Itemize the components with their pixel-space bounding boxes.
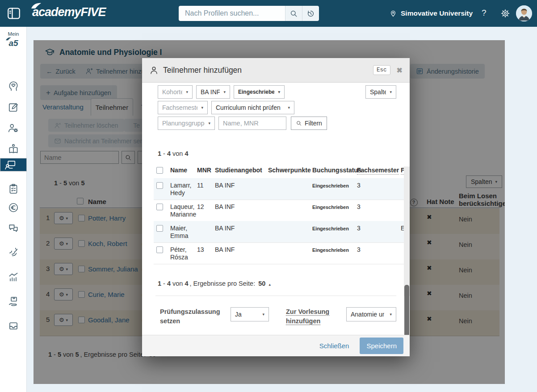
modal-header: Teilnehmer hinzufügen Esc ✖ xyxy=(142,58,410,83)
modal-pagination-summary: 1-4von4, Ergebnisse pro Seite: 50 ▴ xyxy=(156,280,271,287)
sidebar-item-mein-a5[interactable]: a5 xyxy=(0,38,27,48)
row-checkbox[interactable] xyxy=(156,225,163,232)
column-header-buchungsstatus[interactable]: Buchungsstatus xyxy=(312,167,361,174)
history-icon xyxy=(306,9,315,18)
sidebar-item-inbox[interactable] xyxy=(0,316,27,336)
shark-fin-icon xyxy=(5,37,12,41)
table-row: Lamarr,Hedy 11 BA INF Eingeschrieben 3 xyxy=(154,178,410,200)
sidebar-item-finance[interactable] xyxy=(0,198,27,217)
avatar-image xyxy=(516,5,532,21)
head-heart-icon xyxy=(8,80,19,92)
zur-vorlesung-label[interactable]: Zur Vorlesung hinzufügen xyxy=(286,307,329,326)
kohorte-select[interactable]: Kohorte▾ xyxy=(158,85,193,99)
sidebar-item-actions[interactable] xyxy=(0,242,27,262)
planungsgruppe-select[interactable]: Planungsgruppe▾ xyxy=(158,117,215,130)
sidebar-toggle-icon[interactable] xyxy=(6,6,21,21)
columns-icon xyxy=(6,6,21,21)
location-pin-icon xyxy=(390,9,397,18)
row-checkbox[interactable] xyxy=(156,246,163,253)
add-participant-modal: Teilnehmer hinzufügen Esc ✖ Kohorte▾ BA … xyxy=(142,58,410,356)
status-badge: Eingeschrieben xyxy=(312,226,349,231)
column-header-fachsemester[interactable]: Fachsemester xyxy=(357,167,399,175)
edit-icon xyxy=(8,101,19,113)
save-button[interactable]: Speichern xyxy=(360,338,403,354)
caret-up-icon: ▴ xyxy=(268,282,271,287)
column-header-schwerpunkte[interactable]: Schwerpunkte xyxy=(268,167,311,174)
modal-table-header: Name MNR Studienangebot Schwerpunkte Buc… xyxy=(154,167,410,179)
status-badge: Eingeschrieben xyxy=(312,183,349,188)
modal-result-count: 1-4von4 xyxy=(156,150,189,157)
user-avatar[interactable] xyxy=(516,5,532,21)
search-button[interactable] xyxy=(285,6,302,21)
sidebar-item-messages[interactable] xyxy=(0,219,27,238)
search-icon xyxy=(296,120,302,126)
app-logo-text: academyFIVE xyxy=(32,5,106,19)
studienangebot-select[interactable]: BA INF▾ xyxy=(196,85,230,99)
euro-icon xyxy=(8,202,19,213)
modal-footer: Schließen Speichern xyxy=(142,335,410,356)
column-header-mnr[interactable]: MNR xyxy=(197,167,211,174)
app-screen: academyFIVE Simovative University ? xyxy=(0,0,537,392)
buchungsstatus-select[interactable]: Eingeschrieben▾ xyxy=(234,85,285,99)
sidebar-item-reports[interactable] xyxy=(0,267,27,287)
pruefungszulassung-select[interactable]: Ja▾ xyxy=(231,307,269,321)
filter-button[interactable]: Filtern xyxy=(291,117,327,130)
row-checkbox[interactable] xyxy=(156,182,163,189)
chart-icon xyxy=(8,271,19,283)
inbox-icon xyxy=(8,320,19,332)
sidebar-item-edit[interactable] xyxy=(0,97,27,117)
name-mnr-input[interactable] xyxy=(218,117,286,130)
select-all-checkbox[interactable] xyxy=(156,167,163,174)
clipboard-icon xyxy=(8,183,19,195)
curriculum-select[interactable]: Curriculum nicht prüfen▾ xyxy=(211,101,294,114)
caret-down-icon: ▾ xyxy=(390,312,392,317)
row-checkbox[interactable] xyxy=(156,204,163,210)
status-badge: Eingeschrieben xyxy=(312,247,349,253)
caret-down-icon: ▾ xyxy=(186,90,188,94)
pruefungszulassung-label: Prüfungszulassung setzen xyxy=(160,307,220,326)
close-icon[interactable]: ✖ xyxy=(397,66,403,75)
section-divider xyxy=(155,296,396,296)
fachsemester-select[interactable]: Fachsemester▾ xyxy=(158,101,208,114)
caret-down-icon: ▾ xyxy=(390,90,392,94)
table-row: Péter,Rósza 13 BA INF Eingeschrieben 3 xyxy=(154,242,410,264)
university-selector[interactable]: Simovative University xyxy=(390,0,473,27)
user-gear-icon xyxy=(8,122,19,134)
app-logo[interactable]: academyFIVE xyxy=(32,5,106,19)
table-scrollbar[interactable] xyxy=(404,167,410,296)
help-button[interactable]: ? xyxy=(482,8,487,18)
global-search-input[interactable] xyxy=(179,6,285,21)
caret-down-icon: ▾ xyxy=(262,312,264,317)
caret-down-icon: ▾ xyxy=(278,90,280,94)
global-search xyxy=(179,6,319,21)
per-page-select[interactable]: 50 xyxy=(258,280,265,287)
sidebar-item-profile[interactable] xyxy=(0,76,27,96)
shark-fin-icon xyxy=(30,2,42,9)
column-header-name[interactable]: Name xyxy=(170,167,187,174)
search-history-button[interactable] xyxy=(302,6,319,21)
sidebar-item-delivery[interactable] xyxy=(0,292,27,311)
column-header-studienangebot[interactable]: Studienangebot xyxy=(215,167,262,174)
search-icon xyxy=(289,9,298,18)
top-navbar: academyFIVE Simovative University ? xyxy=(0,0,537,27)
sidebar-item-user-admin[interactable] xyxy=(0,118,27,138)
status-badge: Eingeschrieben xyxy=(312,204,349,210)
sidebar-item-tasks[interactable] xyxy=(0,179,27,199)
university-name: Simovative University xyxy=(401,9,473,17)
person-icon xyxy=(149,66,159,75)
sidebar-item-study[interactable] xyxy=(0,139,27,159)
caret-down-icon: ▾ xyxy=(208,121,210,125)
esc-key-badge: Esc xyxy=(373,65,390,75)
table-row: Maier,Emma BA INF Eingeschrieben 3 E xyxy=(154,221,410,243)
sidebar-item-courses[interactable] xyxy=(0,158,27,171)
vorlesung-select[interactable]: Anatomie und▾ xyxy=(346,307,396,321)
caret-down-icon: ▾ xyxy=(288,105,290,110)
snap-hand-icon xyxy=(8,246,19,258)
chat-bubbles-icon xyxy=(8,223,19,234)
modal-columns-button[interactable]: Spalten▾ xyxy=(365,85,396,99)
settings-gear-icon[interactable] xyxy=(500,8,510,18)
mein-label: Mein xyxy=(0,31,27,37)
sidebar: Mein a5 xyxy=(0,27,27,392)
close-button[interactable]: Schließen xyxy=(319,342,349,350)
modal-title: Teilnehmer hinzufügen xyxy=(163,66,242,75)
